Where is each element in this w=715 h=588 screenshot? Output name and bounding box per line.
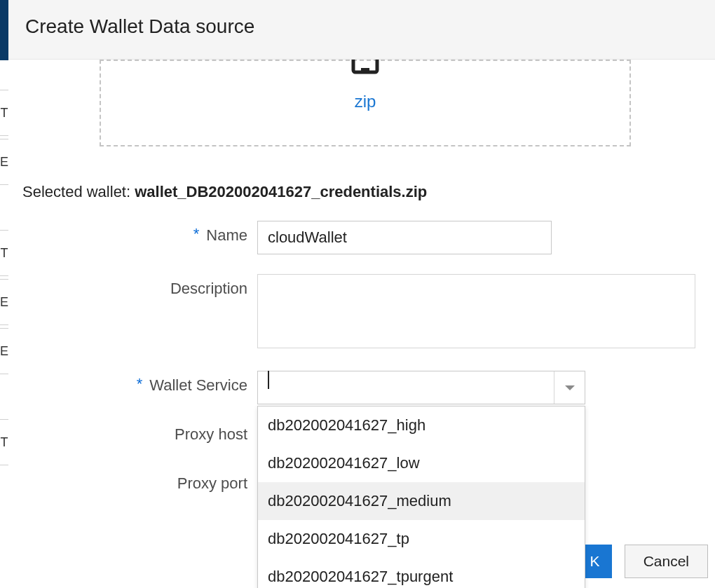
label-col: * Wallet Service (22, 371, 257, 395)
create-wallet-dialog: Create Wallet Data source zip Selected w… (8, 0, 715, 588)
zip-label: zip (355, 92, 376, 111)
wallet-service-option[interactable]: db202002041627_high (258, 406, 585, 444)
wallet-service-dropdown-toggle[interactable] (554, 371, 585, 404)
bg-cell: E (0, 279, 8, 325)
required-indicator: * (137, 375, 143, 393)
description-textarea[interactable] (257, 274, 695, 348)
svg-rect-1 (361, 68, 369, 72)
wallet-service-option[interactable]: db202002041627_tpurgent (258, 558, 585, 588)
bg-cell: T (0, 419, 8, 465)
name-label: Name (206, 226, 247, 245)
wallet-service-dropdown: db202002041627_high db202002041627_low d… (257, 406, 585, 588)
background-window-strip: T E T E E T (0, 0, 8, 588)
chevron-down-icon (565, 385, 575, 390)
wallet-service-label: Wallet Service (149, 376, 247, 395)
dialog-title: Create Wallet Data source (25, 15, 698, 38)
proxy-host-label: Proxy host (175, 425, 247, 444)
selected-wallet-label: Selected wallet: (22, 183, 135, 200)
background-header-strip (0, 0, 8, 60)
label-col: Proxy port (22, 469, 257, 493)
name-input[interactable] (257, 221, 552, 254)
wallet-service-option[interactable]: db202002041627_tp (258, 520, 585, 558)
selected-wallet-filename: wallet_DB202002041627_credentials.zip (135, 183, 427, 200)
bg-cell: E (0, 328, 8, 374)
wallet-file-dropzone[interactable]: zip (100, 60, 631, 146)
wallet-service-option[interactable]: db202002041627_low (258, 444, 585, 482)
dialog-header: Create Wallet Data source (8, 0, 715, 60)
text-cursor (268, 371, 269, 389)
ok-button[interactable]: K (583, 545, 612, 578)
label-col: Proxy host (22, 420, 257, 444)
label-col: Description (22, 274, 257, 298)
proxy-port-label: Proxy port (177, 474, 247, 493)
bg-cell: T (0, 90, 8, 136)
wallet-service-combobox[interactable] (257, 371, 585, 404)
description-label: Description (170, 280, 247, 298)
required-indicator: * (193, 225, 200, 243)
wallet-service-option[interactable]: db202002041627_medium (258, 482, 585, 520)
dialog-body[interactable]: zip Selected wallet: wallet_DB2020020416… (8, 60, 715, 588)
label-col: * Name (22, 221, 257, 245)
bg-cell: E (0, 139, 8, 185)
row-description: Description (22, 274, 701, 351)
row-wallet-service: * Wallet Service db202002041627_high db2… (22, 371, 701, 404)
bg-cell: T (0, 230, 8, 276)
wallet-service-input[interactable] (258, 371, 554, 404)
form: * Name Description * Wallet Service (22, 221, 701, 502)
row-name: * Name (22, 221, 701, 254)
cancel-button[interactable]: Cancel (625, 545, 708, 578)
dialog-footer: K Cancel (583, 545, 708, 578)
selected-wallet-row: Selected wallet: wallet_DB202002041627_c… (22, 183, 701, 201)
file-icon (350, 60, 380, 79)
